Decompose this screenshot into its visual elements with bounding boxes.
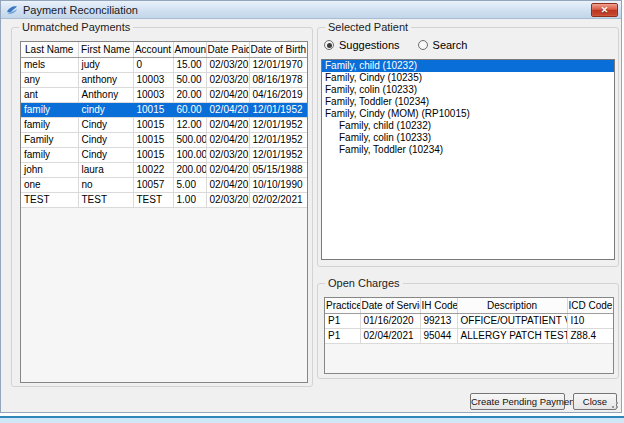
charge-cell: I10 [567, 313, 613, 328]
background-window-edge [0, 416, 624, 423]
payment-cell: 20.00 [173, 87, 206, 102]
charge-cell: 02/04/2021 [360, 328, 420, 343]
charge-column-header[interactable]: Date of Service [360, 298, 420, 313]
payment-cell: 02/04/2021 [206, 162, 249, 177]
payment-row[interactable]: oneno100575.0002/04/202110/10/1990 [21, 177, 307, 192]
payment-cell: family [21, 117, 78, 132]
payment-cell: 15.00 [173, 57, 206, 72]
charge-column-header[interactable]: Description [457, 298, 567, 313]
charge-cell: P1 [325, 328, 360, 343]
payment-cell: 10057 [133, 177, 173, 192]
open-charges-table[interactable]: PracticeDate of ServiceIH CodeDescriptio… [324, 297, 614, 374]
payment-row[interactable]: familycindy1001560.0002/04/202112/01/195… [21, 102, 307, 117]
charge-column-header[interactable]: Practice [325, 298, 360, 313]
payment-cell: any [21, 72, 78, 87]
open-charges-group: Open Charges PracticeDate of ServiceIH C… [317, 283, 619, 379]
charge-column-header[interactable]: IH Code [420, 298, 457, 313]
payment-column-header[interactable]: Date of Birth [249, 42, 307, 57]
patient-list-item[interactable]: Family, colin (10233) [322, 84, 614, 96]
unmatched-payments-group: Unmatched Payments Last NameFirst NameAc… [11, 27, 313, 387]
payment-cell: 0 [133, 57, 173, 72]
payment-cell: 60.00 [173, 102, 206, 117]
payment-column-header[interactable]: Date Paid [206, 42, 249, 57]
payment-reconciliation-dialog: Payment Reconciliation ✕ Unmatched Payme… [0, 0, 622, 413]
payment-column-header[interactable]: Amount [173, 42, 206, 57]
payment-row[interactable]: TESTTESTTEST1.0002/03/202102/02/2021 [21, 192, 307, 207]
payment-cell: 02/04/2021 [206, 177, 249, 192]
payment-row[interactable]: familyCindy10015100.0002/03/202112/01/19… [21, 147, 307, 162]
payments-header-row: Last NameFirst NameAccountAmountDate Pai… [21, 42, 307, 57]
payment-cell: 10022 [133, 162, 173, 177]
title-bar[interactable]: Payment Reconciliation ✕ [1, 1, 621, 19]
payment-cell: 02/03/2021 [206, 72, 249, 87]
payment-row[interactable]: anyanthony1000350.0002/03/202108/16/1978 [21, 72, 307, 87]
patient-list-item[interactable]: Family, Cindy (10235) [322, 72, 614, 84]
app-icon [6, 4, 18, 16]
payment-cell: 10003 [133, 87, 173, 102]
payments-table-body: melsjudy015.0002/03/202112/01/1970anyant… [21, 57, 307, 207]
payment-column-header[interactable]: First Name [78, 42, 133, 57]
payment-cell: 10003 [133, 72, 173, 87]
payment-cell: 200.00 [173, 162, 206, 177]
payment-cell: judy [78, 57, 133, 72]
payment-cell: 500.00 [173, 132, 206, 147]
payment-cell: 10015 [133, 117, 173, 132]
payment-cell: 02/03/2021 [206, 147, 249, 162]
payment-row[interactable]: melsjudy015.0002/03/202112/01/1970 [21, 57, 307, 72]
charge-cell: 01/16/2020 [360, 313, 420, 328]
charge-cell: 95044 [420, 328, 457, 343]
payment-cell: TEST [21, 192, 78, 207]
patient-list-item[interactable]: Family, colin (10233) [322, 132, 614, 144]
payment-row[interactable]: familyCindy1001512.0002/04/202112/01/195… [21, 117, 307, 132]
open-charges-label: Open Charges [325, 277, 403, 289]
payment-cell: TEST [78, 192, 133, 207]
payment-cell: 10015 [133, 102, 173, 117]
suggestions-radio[interactable]: Suggestions [324, 39, 400, 51]
payment-cell: 12/01/1952 [249, 132, 307, 147]
selected-patient-label: Selected Patient [325, 21, 411, 33]
payment-cell: 08/16/1978 [249, 72, 307, 87]
payment-row[interactable]: FamilyCindy10015500.0002/04/202112/01/19… [21, 132, 307, 147]
resize-grip[interactable] [610, 402, 618, 410]
charges-table-body: P101/16/202099213OFFICE/OUTPATIENT VISIT… [325, 313, 613, 343]
patient-list-item[interactable]: Family, Toddler (10234) [322, 96, 614, 108]
charge-cell: ALLERGY PATCH TESTS [457, 328, 567, 343]
search-radio-label: Search [433, 39, 468, 51]
patient-list-item[interactable]: Family, child (10232) [322, 60, 614, 72]
patient-list-item[interactable]: Family, child (10232) [322, 120, 614, 132]
close-icon: ✕ [601, 6, 609, 15]
unmatched-payments-table[interactable]: Last NameFirst NameAccountAmountDate Pai… [20, 41, 308, 383]
close-window-button[interactable]: ✕ [591, 3, 618, 17]
payment-cell: 02/02/2021 [249, 192, 307, 207]
patient-list-item[interactable]: Family, Cindy (MOM) (RP10015) [322, 108, 614, 120]
radio-icon [418, 40, 428, 50]
payment-cell: 10/10/1990 [249, 177, 307, 192]
payment-row[interactable]: antAnthony1000320.0002/04/202104/16/2019 [21, 87, 307, 102]
charge-row[interactable]: P102/04/202195044ALLERGY PATCH TESTSZ88.… [325, 328, 613, 343]
search-radio[interactable]: Search [418, 39, 468, 51]
charge-cell: Z88.4 [567, 328, 613, 343]
charge-row[interactable]: P101/16/202099213OFFICE/OUTPATIENT VISIT… [325, 313, 613, 328]
payment-cell: family [21, 147, 78, 162]
payment-cell: Anthony [78, 87, 133, 102]
charge-column-header[interactable]: ICD Code [567, 298, 613, 313]
payment-cell: 12/01/1952 [249, 117, 307, 132]
create-pending-payment-button[interactable]: Create Pending Payment [470, 393, 565, 410]
payment-cell: mels [21, 57, 78, 72]
payment-column-header[interactable]: Last Name [21, 42, 78, 57]
payment-row[interactable]: johnlaura10022200.0002/04/202105/15/1988 [21, 162, 307, 177]
patient-list[interactable]: Family, child (10232)Family, Cindy (1023… [321, 59, 615, 260]
payment-cell: 50.00 [173, 72, 206, 87]
payment-cell: laura [78, 162, 133, 177]
selected-patient-group: Selected Patient Suggestions Search Fami… [317, 27, 619, 267]
payment-cell: Family [21, 132, 78, 147]
radio-icon [324, 40, 334, 50]
payment-cell: 02/04/2021 [206, 87, 249, 102]
charges-header-row: PracticeDate of ServiceIH CodeDescriptio… [325, 298, 613, 313]
payment-cell: 02/04/2021 [206, 132, 249, 147]
patient-list-item[interactable]: Family, Toddler (10234) [322, 144, 614, 156]
payment-cell: 5.00 [173, 177, 206, 192]
payment-column-header[interactable]: Account [133, 42, 173, 57]
payment-cell: 12.00 [173, 117, 206, 132]
payment-cell: 100.00 [173, 147, 206, 162]
